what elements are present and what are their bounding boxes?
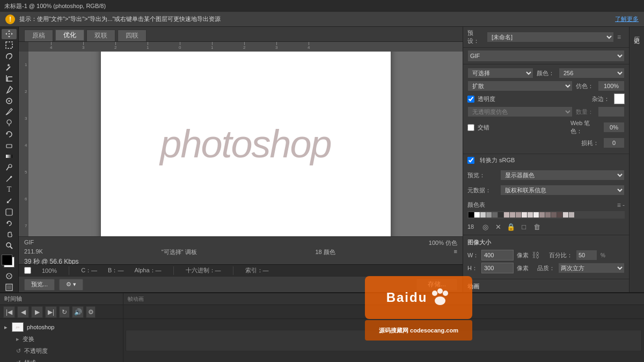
color-cell[interactable] bbox=[569, 212, 574, 218]
no-dither-select[interactable]: 无透明度仿色 bbox=[467, 106, 573, 117]
layer-name: photoshop bbox=[27, 324, 54, 330]
status-hex: 十六进制：— bbox=[186, 266, 221, 274]
right-panel: 预设： [未命名] ≡ GIF 可选择 颜色： bbox=[463, 27, 629, 292]
clone-tool[interactable] bbox=[2, 118, 17, 128]
dodge-tool[interactable] bbox=[2, 163, 17, 173]
save-button-bottom[interactable]: 存储... bbox=[416, 279, 457, 291]
path-select-tool[interactable] bbox=[2, 196, 17, 206]
width-input[interactable] bbox=[481, 250, 514, 260]
color-cell[interactable] bbox=[563, 212, 568, 218]
canvas-bottom-info: GIF 100% 仿色 211.9K "可选择" 调板 18 颜色 ≡ 39 秒… bbox=[19, 236, 463, 264]
color-cell[interactable] bbox=[486, 212, 492, 218]
color-remove-icon[interactable]: ✕ bbox=[493, 222, 503, 231]
tab-optimize[interactable]: 优化 bbox=[55, 30, 84, 41]
rotate-tool[interactable] bbox=[2, 218, 17, 228]
layer-item-opacity[interactable]: ↺ 不透明度 bbox=[0, 345, 123, 357]
settings-button[interactable]: ⚙ ▾ bbox=[59, 279, 83, 291]
preview-select[interactable]: 显示器颜色 bbox=[500, 170, 625, 180]
timeline-controls: |◀ ◀ ▶ ▶| ↻ 🔊 ⚙ bbox=[0, 305, 123, 319]
color-cell[interactable] bbox=[522, 212, 527, 218]
color-cell[interactable] bbox=[480, 212, 486, 218]
canvas-expand-icon[interactable]: ≡ bbox=[454, 248, 457, 256]
learn-more-link[interactable]: 了解更多 bbox=[615, 15, 639, 23]
audio-btn[interactable]: 🔊 bbox=[72, 306, 84, 318]
crop-tool[interactable] bbox=[2, 74, 17, 84]
gradient-tool[interactable] bbox=[2, 151, 17, 162]
color-cell[interactable] bbox=[492, 212, 497, 218]
zoom-tool[interactable] bbox=[2, 241, 17, 251]
colors-select[interactable]: 256 bbox=[559, 68, 625, 78]
brush-tool[interactable] bbox=[2, 107, 17, 117]
color-delete-icon[interactable]: 🗑 bbox=[532, 222, 541, 231]
quick-mask-tool[interactable] bbox=[2, 271, 17, 281]
foreground-color-swatch[interactable] bbox=[2, 255, 12, 265]
convert-srgb-checkbox[interactable] bbox=[467, 157, 474, 164]
height-input[interactable] bbox=[481, 263, 514, 273]
status-checkbox[interactable] bbox=[24, 267, 31, 274]
eraser-tool[interactable] bbox=[2, 140, 17, 150]
dither-input[interactable] bbox=[598, 81, 625, 91]
pen-tool[interactable] bbox=[2, 173, 17, 184]
loop-btn[interactable]: ↻ bbox=[59, 306, 70, 318]
marquee-tool[interactable] bbox=[2, 40, 17, 50]
tab-original[interactable]: 原稿 bbox=[24, 30, 53, 41]
color-lock-icon[interactable]: 🔒 bbox=[506, 222, 516, 231]
color-add-icon[interactable]: ◎ bbox=[480, 222, 490, 231]
lossy-input[interactable] bbox=[603, 137, 625, 148]
color-cell[interactable] bbox=[539, 212, 545, 218]
layer-group-photoshop[interactable]: ▸ ps photoshop bbox=[0, 321, 123, 333]
step-back-btn[interactable]: ◀ bbox=[17, 306, 29, 318]
interlace-checkbox[interactable] bbox=[467, 124, 474, 131]
color-cell[interactable] bbox=[533, 212, 539, 218]
color-cell[interactable] bbox=[510, 212, 515, 218]
move-tool[interactable] bbox=[2, 29, 17, 39]
preset-select[interactable]: [未命名] bbox=[487, 32, 614, 42]
svg-line-19 bbox=[10, 247, 12, 249]
color-cell[interactable] bbox=[528, 212, 533, 218]
color-swatches[interactable] bbox=[2, 255, 17, 267]
shape-tool[interactable] bbox=[2, 207, 17, 218]
color-cell[interactable] bbox=[516, 212, 521, 218]
diffuse-select[interactable]: 扩散 bbox=[467, 81, 573, 91]
step-forward-btn[interactable]: ▶| bbox=[45, 306, 57, 318]
tab-quad[interactable]: 四联 bbox=[118, 30, 147, 41]
color-cell[interactable] bbox=[469, 212, 474, 218]
chain-icon[interactable]: ⛓ bbox=[532, 251, 540, 259]
color-cell[interactable] bbox=[474, 212, 480, 218]
layer-item-transform[interactable]: ▸ 变换 bbox=[0, 333, 123, 345]
eyedropper-tool[interactable] bbox=[2, 85, 17, 95]
settings-timeline-btn[interactable]: ⚙ bbox=[86, 306, 96, 318]
amount-input[interactable] bbox=[598, 106, 625, 117]
panel-row-1: 可选择 颜色： 256 bbox=[467, 68, 625, 78]
color-cell[interactable] bbox=[557, 212, 562, 218]
layer-item-style[interactable]: ↺ 样式 bbox=[0, 357, 123, 362]
color-cell[interactable] bbox=[504, 212, 509, 218]
web-snap-input[interactable] bbox=[603, 122, 625, 133]
tab-double[interactable]: 双联 bbox=[86, 30, 115, 41]
preview-button[interactable]: 预览... bbox=[24, 279, 55, 291]
heal-tool[interactable] bbox=[2, 96, 17, 106]
screen-mode-tool[interactable] bbox=[2, 282, 17, 292]
matte-color-swatch[interactable] bbox=[614, 93, 625, 104]
color-cell[interactable] bbox=[545, 212, 551, 218]
magic-wand-tool[interactable] bbox=[2, 62, 17, 73]
panel-options-icon[interactable]: ≡ - bbox=[617, 201, 625, 209]
color-cell[interactable] bbox=[498, 212, 503, 218]
dither-type-select[interactable]: 可选择 bbox=[467, 68, 533, 78]
lasso-tool[interactable] bbox=[2, 51, 17, 61]
pct-input[interactable] bbox=[576, 250, 597, 260]
format-select[interactable]: GIF bbox=[467, 50, 625, 62]
hand-tool[interactable] bbox=[2, 229, 17, 240]
quality-select[interactable]: 两次立方 bbox=[558, 263, 625, 273]
history-tab-label[interactable]: 历史记 bbox=[632, 29, 642, 37]
play-btn[interactable]: ▶ bbox=[31, 306, 43, 318]
text-tool[interactable]: T bbox=[2, 185, 17, 195]
color-snap-icon[interactable]: □ bbox=[519, 222, 529, 231]
transparency-checkbox[interactable] bbox=[467, 96, 474, 103]
panel-pin-icon[interactable]: ≡ bbox=[617, 33, 625, 41]
metadata-select[interactable]: 版权和联系信息 bbox=[500, 185, 625, 196]
history-brush-tool[interactable] bbox=[2, 129, 17, 139]
canvas-scroll-area[interactable]: photoshop bbox=[28, 52, 463, 236]
go-start-btn[interactable]: |◀ bbox=[3, 306, 15, 318]
color-cell[interactable] bbox=[551, 212, 557, 218]
